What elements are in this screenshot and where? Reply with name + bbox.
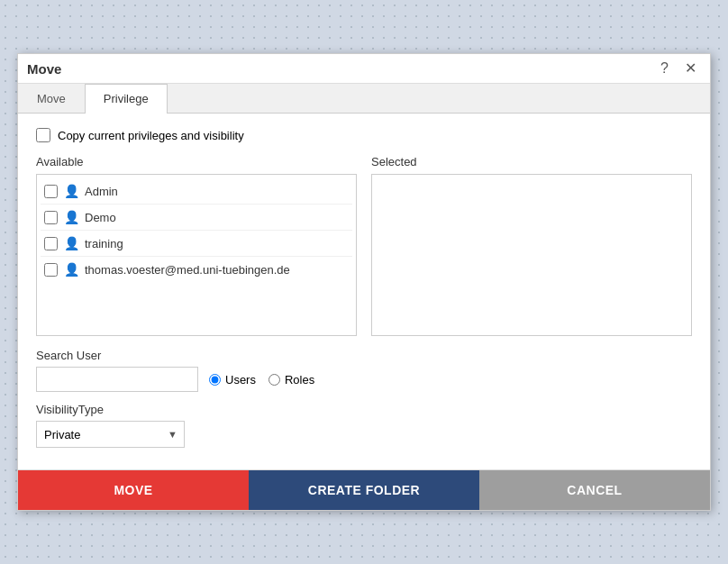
- tab-privilege[interactable]: Privilege: [85, 84, 168, 114]
- dialog-footer: MOVE CREATE FOLDER CANCEL: [18, 469, 710, 510]
- user-name-thomas: thomas.voester@med.uni-tuebingen.de: [85, 263, 290, 277]
- radio-users-label: Users: [225, 373, 256, 387]
- selected-list: [371, 174, 692, 336]
- dialog-titlebar: Move ? ✕: [18, 54, 710, 84]
- two-col-section: Available 👤 Admin 👤 Demo 👤: [36, 155, 692, 336]
- title-actions: ? ✕: [656, 59, 701, 77]
- cancel-button[interactable]: CANCEL: [479, 470, 710, 510]
- user-icon: 👤: [63, 183, 79, 199]
- visibility-section: VisibilityType Private Public Protected …: [36, 403, 692, 448]
- user-icon: 👤: [63, 261, 79, 277]
- search-input[interactable]: [36, 367, 198, 392]
- tabs-bar: Move Privilege: [18, 84, 710, 114]
- search-section: Search User Users Roles: [36, 349, 692, 392]
- radio-users[interactable]: Users: [209, 373, 256, 387]
- user-name-admin: Admin: [85, 185, 118, 198]
- user-checkbox-thomas[interactable]: [44, 263, 58, 277]
- available-label: Available: [36, 155, 357, 168]
- user-icon: 👤: [63, 235, 79, 251]
- tab-move[interactable]: Move: [18, 84, 85, 113]
- radio-users-input[interactable]: [209, 374, 221, 386]
- move-dialog: Move ? ✕ Move Privilege Copy current pri…: [17, 53, 711, 511]
- list-item: 👤 thomas.voester@med.uni-tuebingen.de: [41, 257, 352, 282]
- available-col: Available 👤 Admin 👤 Demo 👤: [36, 155, 357, 336]
- radio-roles-label: Roles: [285, 373, 314, 387]
- list-item: 👤 training: [41, 231, 352, 257]
- user-icon: 👤: [63, 209, 79, 225]
- search-row: Users Roles: [36, 367, 692, 392]
- copy-privileges-row: Copy current privileges and visibility: [36, 128, 692, 142]
- dialog-title: Move: [27, 61, 61, 77]
- radio-roles[interactable]: Roles: [268, 373, 314, 387]
- copy-privileges-label: Copy current privileges and visibility: [58, 129, 244, 142]
- close-button[interactable]: ✕: [680, 59, 701, 77]
- available-list: 👤 Admin 👤 Demo 👤 training: [36, 174, 357, 336]
- radio-group: Users Roles: [209, 373, 314, 387]
- search-label: Search User: [36, 349, 692, 362]
- copy-privileges-checkbox[interactable]: [36, 128, 50, 142]
- user-name-training: training: [85, 237, 123, 250]
- user-checkbox-demo[interactable]: [44, 211, 58, 224]
- selected-label: Selected: [371, 155, 692, 168]
- move-button[interactable]: MOVE: [18, 470, 249, 510]
- visibility-select[interactable]: Private Public Protected: [36, 421, 185, 448]
- list-item: 👤 Demo: [41, 205, 352, 231]
- visibility-label: VisibilityType: [36, 403, 692, 416]
- dialog-body: Copy current privileges and visibility A…: [18, 114, 710, 469]
- radio-roles-input[interactable]: [268, 374, 280, 386]
- user-checkbox-training[interactable]: [44, 237, 58, 250]
- selected-col: Selected: [371, 155, 692, 336]
- list-item: 👤 Admin: [41, 178, 352, 205]
- visibility-select-wrapper: Private Public Protected ▼: [36, 421, 185, 448]
- user-checkbox-admin[interactable]: [44, 185, 58, 198]
- create-folder-button[interactable]: CREATE FOLDER: [249, 470, 479, 510]
- help-button[interactable]: ?: [656, 59, 673, 77]
- user-name-demo: Demo: [85, 211, 116, 224]
